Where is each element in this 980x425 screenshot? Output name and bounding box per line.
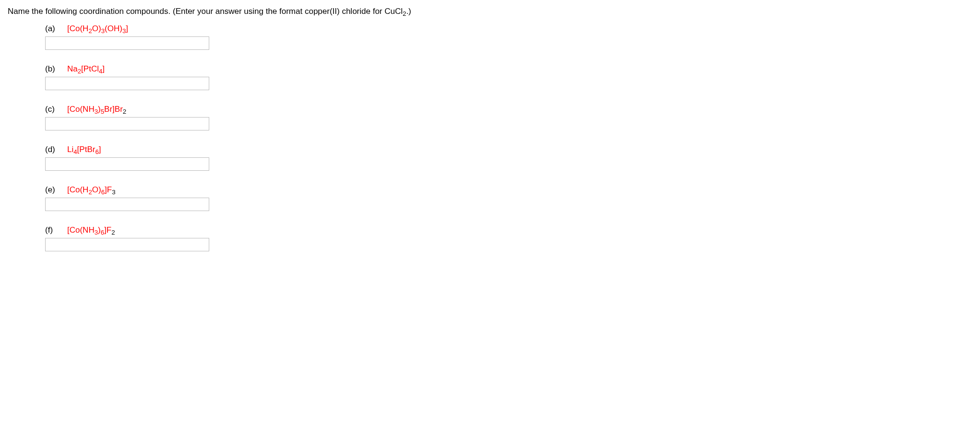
question-part: (f)[Co(NH3)6]F2 bbox=[45, 225, 972, 251]
question-instruction: Name the following coordination compound… bbox=[8, 6, 972, 17]
question-part: (a)[Co(H2O)3(OH)3] bbox=[45, 24, 972, 50]
instruction-text: Name the following coordination compound… bbox=[8, 7, 403, 16]
formula-line: (c)[Co(NH3)5Br]Br2 bbox=[45, 105, 972, 114]
part-letter: (f) bbox=[45, 225, 67, 235]
formula-line: (e)[Co(H2O)6]F3 bbox=[45, 185, 972, 195]
formula-text: Na2[PtCl4] bbox=[67, 64, 105, 74]
part-letter: (a) bbox=[45, 24, 67, 34]
answer-input[interactable] bbox=[45, 238, 209, 251]
answer-input[interactable] bbox=[45, 36, 209, 50]
formula-text: [Co(H2O)6]F3 bbox=[67, 185, 116, 195]
question-part: (b)Na2[PtCl4] bbox=[45, 64, 972, 90]
formula-line: (d)Li4[PtBr6] bbox=[45, 145, 972, 154]
formula-line: (f)[Co(NH3)6]F2 bbox=[45, 225, 972, 235]
formula-line: (a)[Co(H2O)3(OH)3] bbox=[45, 24, 972, 34]
formula-text: Li4[PtBr6] bbox=[67, 145, 101, 154]
answer-input[interactable] bbox=[45, 157, 209, 171]
formula-text: [Co(NH3)6]F2 bbox=[67, 225, 115, 235]
part-letter: (c) bbox=[45, 105, 67, 114]
question-items: (a)[Co(H2O)3(OH)3](b)Na2[PtCl4](c)[Co(NH… bbox=[8, 24, 972, 251]
question-part: (c)[Co(NH3)5Br]Br2 bbox=[45, 105, 972, 130]
instruction-suffix: .) bbox=[406, 7, 411, 16]
part-letter: (b) bbox=[45, 64, 67, 74]
question-part: (e)[Co(H2O)6]F3 bbox=[45, 185, 972, 211]
formula-line: (b)Na2[PtCl4] bbox=[45, 64, 972, 74]
formula-text: [Co(H2O)3(OH)3] bbox=[67, 24, 128, 34]
question-part: (d)Li4[PtBr6] bbox=[45, 145, 972, 171]
answer-input[interactable] bbox=[45, 117, 209, 130]
formula-text: [Co(NH3)5Br]Br2 bbox=[67, 105, 126, 114]
part-letter: (e) bbox=[45, 185, 67, 195]
answer-input[interactable] bbox=[45, 198, 209, 211]
part-letter: (d) bbox=[45, 145, 67, 154]
answer-input[interactable] bbox=[45, 77, 209, 90]
